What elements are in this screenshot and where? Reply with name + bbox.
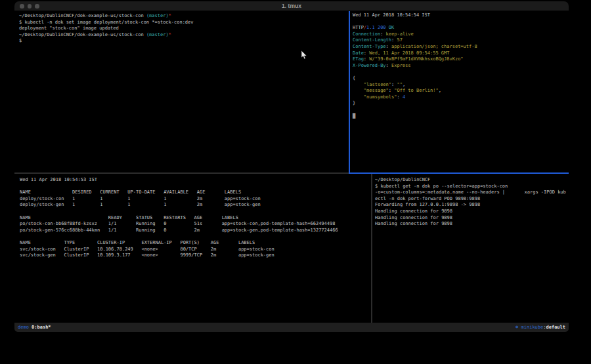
- text-segment: po/stock-con-bb68f88fd-kzsxz 1/1 Running…: [20, 221, 335, 226]
- text-segment: minikube: [521, 325, 544, 330]
- terminal-line: [20, 209, 376, 215]
- text-segment: Wed, 11 Apr 2018 09:54:55 GMT: [369, 51, 449, 56]
- text-segment: ,: [403, 82, 405, 87]
- text-segment: Content-Length: [353, 37, 391, 43]
- terminal-line: [353, 19, 569, 26]
- terminal-line: Date: Wed, 11 Apr 2018 09:54:55 GMT: [353, 51, 569, 57]
- text-segment: 4: [403, 94, 405, 100]
- terminal-line: ectl -n dok port-forward POD 9898:9898: [375, 196, 569, 203]
- text-segment: NAME TYPE CLUSTER-IP EXTERNAL-IP PORT(S)…: [20, 240, 255, 245]
- text-segment: OK: [386, 25, 395, 30]
- terminal-line: svc/stock-con ClusterIP 10.106.78.249 <n…: [20, 247, 376, 253]
- text-segment: svc/stock-gen ClusterIP 10.109.3.177 <no…: [20, 253, 274, 258]
- text-segment: ~/Desktop/DublinCNCF/dok-example-us/stoc…: [19, 32, 146, 37]
- minimize-button[interactable]: [28, 4, 32, 9]
- terminal-line: Wed 11 Apr 2018 10:54:54 IST: [353, 12, 569, 19]
- text-segment: ectl -n dok port-forward POD 9898:9898: [375, 196, 480, 201]
- text-segment: :: [386, 63, 391, 68]
- text-segment: $: [19, 38, 22, 43]
- terminal-line: ~/Desktop/DublinCNCF/dok-example-us/stoc…: [19, 32, 353, 39]
- text-segment: ☸: [515, 325, 521, 330]
- text-segment: "message": [364, 88, 389, 93]
- text-segment: "numsymbols": [364, 94, 397, 100]
- text-segment: :: [380, 31, 385, 37]
- terminal-line: [20, 184, 376, 190]
- text-segment: ~/Desktop/DublinCNCF: [375, 177, 430, 182]
- terminal-line: }: [353, 100, 569, 107]
- terminal-line: deploy/stock-gen 1 1 1 1 2m app=stock-ge…: [20, 202, 376, 209]
- terminal-line: X-Powered-By: Express: [353, 63, 569, 70]
- text-segment: Wed 11 Apr 2018 10:54:54 IST: [353, 12, 430, 18]
- text-segment: "Off to Berlin!": [394, 88, 438, 93]
- terminal-line: HTTP/1.1 200 OK: [353, 25, 569, 31]
- terminal-line: [20, 233, 376, 240]
- text-segment: {: [353, 75, 355, 81]
- terminal-line: ETag: W/"39-0xBPf9aF1dXVNkhsxoBQgJ8vKzo": [353, 56, 569, 63]
- text-segment: W/"39-0xBPf9aF1dXVNkhsxoBQgJ8vKzo": [369, 56, 463, 62]
- text-segment: "lastseen": [364, 82, 391, 87]
- terminal-line: po/stock-gen-576cc688bb-44kmn 1/1 Runnin…: [20, 228, 376, 234]
- zoom-button[interactable]: [35, 4, 39, 9]
- text-segment: }: [353, 100, 355, 106]
- terminal-line: "numsymbols": 4: [353, 94, 569, 101]
- text-segment: -o=custom-columns=:metadata.name --no-he…: [375, 190, 566, 195]
- text-segment: deploy/stock-con 1 1 1 1 2m app=stock-co…: [20, 196, 261, 201]
- text-segment: po/stock-gen-576cc688bb-44kmn 1/1 Runnin…: [20, 228, 338, 233]
- status-right-kube-context: ☸ minikube:default: [515, 325, 565, 330]
- terminal-line: Forwarding from 127.0.0.1:9898 -> 9898: [375, 202, 569, 209]
- pane-bottom-right-port-forward[interactable]: ~/Desktop/DublinCNCF$ kubectl get -n dok…: [372, 174, 569, 323]
- status-left-session-window[interactable]: demo 0:bash*: [18, 325, 51, 330]
- terminal-line: [353, 69, 569, 75]
- terminal-line: Content-Type: application/json; charset=…: [353, 44, 569, 51]
- text-segment: [353, 82, 364, 87]
- text-segment: Forwarding from 127.0.0.1:9898 -> 9898: [375, 202, 480, 207]
- terminal-line: Handling connection for 9898: [375, 215, 569, 222]
- terminal-line: [353, 107, 569, 113]
- text-segment: 1.1 200: [366, 25, 386, 30]
- text-segment: [353, 94, 364, 100]
- text-segment: Express: [391, 63, 411, 68]
- text-segment: ,: [439, 88, 441, 93]
- text-segment: [353, 88, 364, 93]
- text-segment: keep-alive: [386, 31, 414, 37]
- text-segment: deployment "stock-con" image updated: [19, 26, 119, 31]
- terminal-line: $ kubectl get -n dok po --selector=app=s…: [375, 184, 569, 190]
- text-segment: :: [389, 88, 394, 93]
- text-segment: (master): [146, 13, 169, 18]
- text-segment: Connection: [353, 31, 380, 37]
- terminal-line: po/stock-con-bb68f88fd-kzsxz 1/1 Running…: [20, 221, 376, 228]
- terminal-line: $ kubectl -n dok set image deployment/st…: [19, 20, 353, 26]
- text-segment: Handling connection for 9898: [375, 215, 452, 220]
- window-titlebar[interactable]: 1. tmux: [14, 1, 569, 11]
- terminal-line: ~/Desktop/DublinCNCF: [375, 177, 569, 184]
- text-segment: *: [169, 13, 171, 18]
- text-segment: (master): [146, 32, 169, 37]
- text-segment: default: [546, 325, 565, 330]
- terminal-line: Content-Length: 57: [353, 37, 569, 44]
- text-segment: Wed 11 Apr 2018 10:54:53 IST: [20, 177, 97, 182]
- traffic-lights: [20, 4, 39, 9]
- pane-bottom-left-kubectl-watch[interactable]: Wed 11 Apr 2018 10:54:53 IST NAME DESIRE…: [14, 174, 376, 323]
- terminal-line: NAME READY STATUS RESTARTS AGE LABELS: [20, 215, 376, 222]
- text-segment: deploy/stock-gen 1 1 1 1 2m app=stock-ge…: [20, 202, 261, 207]
- terminal-line: NAME TYPE CLUSTER-IP EXTERNAL-IP PORT(S)…: [20, 240, 376, 247]
- terminal-line: deployment "stock-con" image updated: [19, 26, 353, 32]
- window-title: 1. tmux: [14, 1, 569, 10]
- text-segment: NAME DESIRED CURRENT UP-TO-DATE AVAILABL…: [20, 190, 241, 195]
- terminal-line: Handling connection for 9898: [375, 209, 569, 215]
- text-segment: application/json; charset=utf-8: [391, 44, 477, 49]
- text-segment: *: [169, 32, 171, 37]
- close-button[interactable]: [20, 4, 24, 9]
- terminal-line: Connection: keep-alive: [353, 31, 569, 38]
- text-segment: X-Powered-By: [353, 63, 386, 68]
- tmux-status-bar: demo 0:bash* ☸ minikube:default: [14, 323, 569, 332]
- tmux-content: ~/Desktop/DublinCNCF/dok-example-us/stoc…: [14, 11, 569, 323]
- text-segment: Date: [353, 51, 364, 56]
- text-segment: ETag: [353, 56, 364, 62]
- pane-top-right-http-response[interactable]: Wed 11 Apr 2018 10:54:54 IST HTTP/1.1 20…: [350, 11, 569, 174]
- text-segment: 57: [397, 37, 402, 43]
- text-segment: Handling connection for 9898: [375, 221, 452, 226]
- pane-top-left-shell[interactable]: ~/Desktop/DublinCNCF/dok-example-us/stoc…: [14, 11, 353, 174]
- terminal-line: Wed 11 Apr 2018 10:54:53 IST: [20, 177, 376, 184]
- text-segment: Handling connection for 9898: [375, 209, 452, 214]
